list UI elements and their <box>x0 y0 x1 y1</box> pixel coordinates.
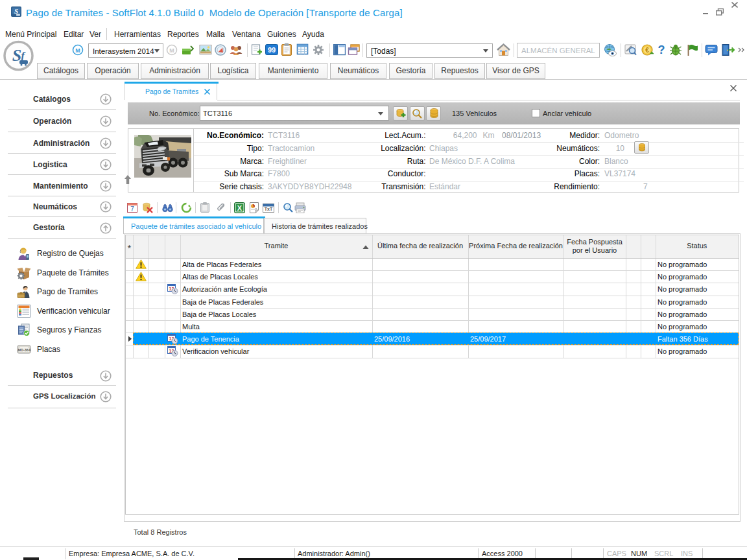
svg-text:X: X <box>237 204 243 212</box>
svg-text:S: S <box>14 7 18 15</box>
svg-text:7: 7 <box>130 205 134 213</box>
svg-text:?: ? <box>658 43 665 56</box>
svg-text:LMD-3647: LMD-3647 <box>17 347 31 351</box>
svg-text:€: € <box>645 47 649 54</box>
svg-text:TxT: TxT <box>265 207 273 211</box>
svg-text:M: M <box>169 47 174 54</box>
svg-text:99: 99 <box>268 46 276 54</box>
svg-text:M: M <box>75 47 80 54</box>
